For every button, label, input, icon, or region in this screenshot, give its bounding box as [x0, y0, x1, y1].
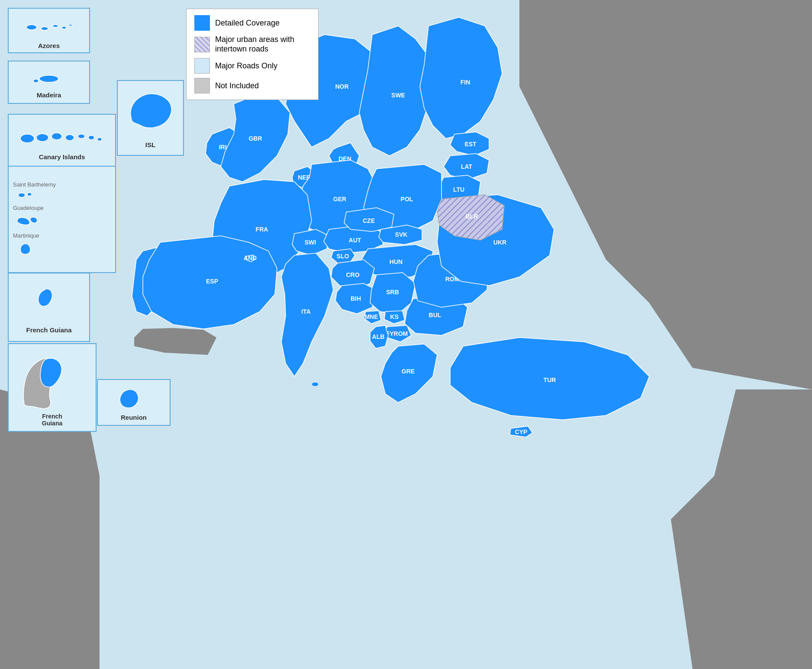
- svg-point-49: [69, 24, 72, 26]
- svg-point-54: [52, 133, 62, 140]
- legend-swatch-detailed: [194, 15, 210, 31]
- svg-point-60: [27, 193, 32, 196]
- legend-label-urban: Major urban areas with intertown roads: [215, 35, 310, 54]
- svg-point-58: [97, 138, 102, 141]
- svg-point-48: [62, 26, 66, 29]
- svg-point-52: [20, 134, 34, 143]
- svg-point-57: [88, 135, 94, 140]
- inset-reunion: Reunion: [97, 379, 171, 426]
- legend-item-detailed: Detailed Coverage: [194, 15, 310, 31]
- inset-madeira: Madeira: [8, 61, 90, 104]
- inset-mayotte: French Guiana: [8, 273, 90, 342]
- svg-point-59: [18, 193, 25, 197]
- legend-swatch-not-included: [194, 78, 210, 93]
- inset-saint-label: Saint Barthelemy: [13, 181, 111, 188]
- inset-azores-label: Azores: [38, 42, 60, 49]
- inset-azores: Azores: [8, 8, 90, 53]
- svg-point-45: [26, 25, 37, 30]
- legend: Detailed Coverage Major urban areas with…: [186, 9, 319, 100]
- inset-iceland-label: ISL: [145, 141, 155, 148]
- svg-point-47: [53, 25, 58, 27]
- svg-point-44: [312, 382, 319, 386]
- inset-mayotte-label: French Guiana: [26, 326, 71, 334]
- legend-item-notincluded: Not Included: [194, 78, 310, 93]
- legend-swatch-urban: [194, 37, 210, 52]
- svg-point-53: [36, 134, 48, 142]
- legend-label-major: Major Roads Only: [215, 61, 277, 71]
- inset-canary-islands: Canary Islands: [8, 114, 116, 168]
- legend-swatch-major: [194, 58, 210, 74]
- inset-martinique-label: Martinique: [13, 232, 111, 239]
- inset-french-guiana-label: FrenchGuiana: [42, 413, 62, 427]
- legend-item-urban: Major urban areas with intertown roads: [194, 35, 310, 54]
- inset-saint-barthelemy: Saint Barthelemy Guadeloupe Martinique: [8, 166, 116, 273]
- svg-point-46: [41, 27, 48, 30]
- inset-french-guiana: FrenchGuiana: [8, 343, 97, 432]
- svg-point-50: [39, 75, 58, 82]
- legend-label-detailed: Detailed Coverage: [215, 19, 280, 28]
- legend-item-major: Major Roads Only: [194, 58, 310, 74]
- svg-point-51: [33, 79, 39, 83]
- inset-guadeloupe-label: Guadeloupe: [13, 205, 111, 211]
- inset-canary-label: Canary Islands: [39, 153, 85, 161]
- inset-iceland: ISL: [117, 80, 184, 156]
- legend-label-notincluded: Not Included: [215, 81, 259, 90]
- inset-madeira-label: Madeira: [37, 91, 61, 99]
- inset-reunion-label: Reunion: [121, 414, 147, 421]
- svg-point-55: [65, 135, 74, 141]
- svg-point-56: [78, 134, 85, 138]
